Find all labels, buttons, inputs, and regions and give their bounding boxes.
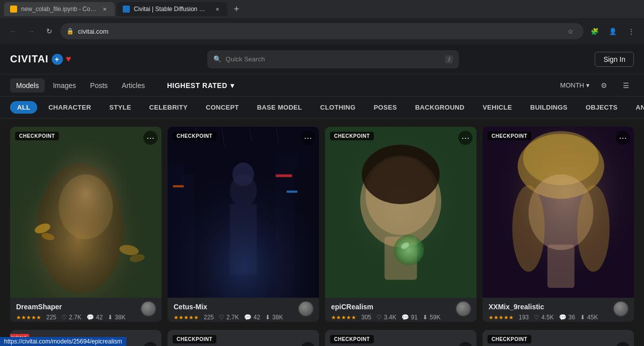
card-4-rating-count: 193 bbox=[519, 314, 529, 321]
card-2-image bbox=[168, 127, 319, 298]
partial-card-1-menu-button[interactable]: ⋯ bbox=[143, 342, 157, 346]
card-3-rating-count: 305 bbox=[361, 314, 371, 321]
search-shortcut: / bbox=[445, 55, 453, 63]
tab-civitai-label: Civitai | Stable Diffusion models... bbox=[134, 6, 209, 13]
card-4-title: XXMix_9realistic bbox=[489, 303, 628, 311]
tab-bar: new_colab_file.ipynb - Colabora... ✕ Civ… bbox=[0, 0, 644, 18]
tab-civitai-close[interactable]: ✕ bbox=[213, 5, 221, 13]
card-4-image bbox=[482, 127, 634, 298]
card-4-avatar bbox=[613, 301, 629, 317]
nav-images[interactable]: Images bbox=[47, 78, 82, 93]
download-icon: ⬇ bbox=[108, 314, 113, 321]
nav-back-button[interactable]: ← bbox=[6, 24, 20, 38]
card-4-menu-button[interactable]: ⋯ bbox=[616, 131, 630, 145]
cat-animal[interactable]: ANIMAL bbox=[628, 101, 644, 114]
menu-icon[interactable]: ⋮ bbox=[624, 24, 638, 38]
cat-all[interactable]: ALL bbox=[10, 101, 37, 114]
card-epicrealism[interactable]: CHECKPOINT ⋯ epiCRealism ★★★★★ 305 ♡ 3.4… bbox=[325, 127, 476, 322]
search-placeholder: Quick Search bbox=[225, 55, 265, 63]
card-4-stats: ★★★★★ 193 ♡ 4.5K 💬 36 ⬇ 45K bbox=[489, 314, 628, 321]
card-1-stars: ★★★★★ bbox=[16, 314, 41, 321]
card-2-menu-button[interactable]: ⋯ bbox=[301, 131, 315, 145]
bookmark-icon[interactable]: ☆ bbox=[564, 24, 578, 38]
search-bar[interactable]: 🔍 Quick Search / bbox=[207, 50, 459, 68]
month-filter[interactable]: MONTH ▾ bbox=[560, 81, 590, 89]
card-4-avatar-image bbox=[614, 302, 628, 316]
nav-posts[interactable]: Posts bbox=[84, 78, 114, 93]
card-cetus-mix[interactable]: CHECKPOINT ⋯ Cetus-Mix ★★★★★ 225 ♡ 2.7K … bbox=[168, 127, 319, 322]
address-bar[interactable]: 🔒 civitai.com ☆ bbox=[60, 23, 584, 39]
card-1-rating-count: 225 bbox=[46, 314, 56, 321]
cat-style[interactable]: STYLE bbox=[102, 101, 138, 114]
card-2-rating-count: 225 bbox=[204, 314, 214, 321]
extensions-icon[interactable]: 🧩 bbox=[588, 24, 602, 38]
site-header: CIVITAI + ♥ 🔍 Quick Search / Sign In bbox=[0, 44, 644, 74]
svg-point-32 bbox=[394, 235, 424, 265]
card-xxmix[interactable]: CHECKPOINT ⋯ XXMix_9realistic ★★★★★ 193 … bbox=[482, 127, 634, 322]
nav-refresh-button[interactable]: ↻ bbox=[42, 24, 56, 38]
card-1-title: DreamShaper bbox=[16, 303, 155, 311]
partial-card-4[interactable]: CHECKPOINT ⋯ bbox=[482, 330, 634, 346]
nav-forward-button[interactable]: → bbox=[24, 24, 38, 38]
card-2-badge: CHECKPOINT bbox=[173, 132, 216, 140]
card-3-menu-button[interactable]: ⋯ bbox=[458, 131, 472, 145]
cat-base-model[interactable]: BASE MODEL bbox=[250, 101, 309, 114]
partial-card-2-menu-button[interactable]: ⋯ bbox=[301, 342, 315, 346]
logo-heart-icon[interactable]: ♥ bbox=[66, 54, 72, 64]
nav-bar: Models Images Posts Articles HIGHEST RAT… bbox=[0, 74, 644, 97]
card-3-comments: 💬 91 bbox=[401, 314, 418, 321]
card-1-footer: DreamShaper ★★★★★ 225 ♡ 2.7K 💬 42 ⬇ 38K bbox=[10, 298, 162, 322]
profile-icon[interactable]: 👤 bbox=[606, 24, 620, 38]
card-2-stats: ★★★★★ 225 ♡ 2.7K 💬 42 ⬇ 38K bbox=[174, 314, 313, 321]
card-3-likes: ♡ 3.4K bbox=[376, 314, 396, 321]
partial-card-4-badge: CHECKPOINT bbox=[488, 335, 531, 343]
highest-rated-filter[interactable]: HIGHEST RATED ▾ bbox=[161, 78, 240, 93]
card-1-image bbox=[10, 127, 162, 298]
partial-card-2[interactable]: CHECKPOINT ⋯ bbox=[168, 330, 319, 346]
card-1-stats: ★★★★★ 225 ♡ 2.7K 💬 42 ⬇ 38K bbox=[16, 314, 155, 321]
cat-celebrity[interactable]: CELEBRITY bbox=[142, 101, 195, 114]
search-icon: 🔍 bbox=[213, 55, 221, 63]
month-chevron-icon: ▾ bbox=[586, 81, 590, 89]
nav-models[interactable]: Models bbox=[10, 78, 45, 93]
lock-icon: 🔒 bbox=[66, 28, 74, 35]
cat-buildings[interactable]: BUILDINGS bbox=[523, 101, 575, 114]
card-2-comments: 💬 42 bbox=[244, 314, 260, 321]
tab-colab[interactable]: new_colab_file.ipynb - Colabora... ✕ bbox=[4, 2, 115, 16]
partial-card-4-menu-button[interactable]: ⋯ bbox=[616, 342, 630, 346]
svg-rect-25 bbox=[168, 127, 319, 298]
civitai-favicon bbox=[123, 6, 130, 13]
logo[interactable]: CIVITAI + ♥ bbox=[10, 53, 71, 65]
nav-articles[interactable]: Articles bbox=[116, 78, 151, 93]
card-4-downloads: ⬇ 45K bbox=[580, 314, 598, 321]
address-text: civitai.com bbox=[78, 28, 559, 35]
card-dreamshaper[interactable]: CHECKPOINT ⋯ DreamShaper ★★★★★ 225 ♡ 2.7… bbox=[10, 127, 162, 322]
card-2-stars: ★★★★★ bbox=[174, 314, 199, 321]
filter-chevron-icon: ▾ bbox=[230, 81, 234, 90]
tab-civitai[interactable]: Civitai | Stable Diffusion models... ✕ bbox=[117, 2, 227, 16]
tab-colab-close[interactable]: ✕ bbox=[101, 5, 109, 13]
cat-objects[interactable]: OBJECTS bbox=[579, 101, 625, 114]
card-1-comments: 💬 42 bbox=[87, 314, 103, 321]
cat-clothing[interactable]: CLOTHING bbox=[313, 101, 362, 114]
partial-card-3-menu-button[interactable]: ⋯ bbox=[458, 342, 472, 346]
card-1-badge: CHECKPOINT bbox=[15, 132, 59, 140]
filter-icon-button[interactable]: ⚙ bbox=[596, 77, 612, 94]
comment-icon: 💬 bbox=[87, 314, 94, 321]
svg-point-41 bbox=[577, 185, 610, 272]
cat-vehicle[interactable]: VEHICLE bbox=[475, 101, 519, 114]
heart-icon: ♡ bbox=[376, 314, 382, 321]
cat-poses[interactable]: POSES bbox=[367, 101, 404, 114]
sign-in-button[interactable]: Sign In bbox=[595, 52, 634, 67]
new-tab-button[interactable]: + bbox=[229, 2, 244, 16]
partial-card-3[interactable]: CHECKPOINT ⋯ bbox=[325, 330, 476, 346]
layout-icon-button[interactable]: ☰ bbox=[618, 77, 634, 94]
cat-concept[interactable]: CONCEPT bbox=[199, 101, 246, 114]
card-1-menu-button[interactable]: ⋯ bbox=[143, 131, 157, 145]
heart-icon: ♡ bbox=[219, 314, 224, 321]
cat-background[interactable]: BACKGROUND bbox=[408, 101, 471, 114]
status-bar: https://civitai.com/models/25694/epicrea… bbox=[0, 337, 126, 346]
nav-links: Models Images Posts Articles bbox=[10, 78, 151, 93]
cat-character[interactable]: CHARACTER bbox=[41, 101, 98, 114]
logo-plus-button[interactable]: + bbox=[52, 54, 63, 65]
